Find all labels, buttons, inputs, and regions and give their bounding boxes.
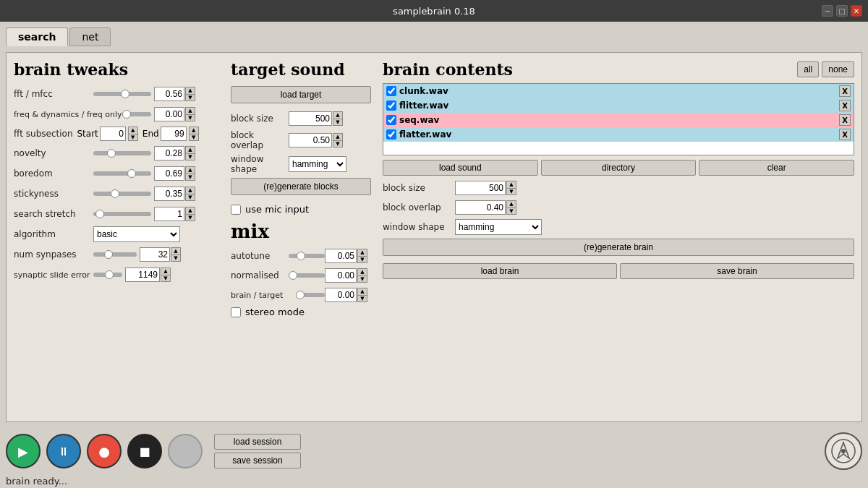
fft-start-up[interactable]: ▲	[128, 127, 138, 134]
brain-block-overlap-input[interactable]	[455, 200, 506, 215]
stickyness-row: stickyness ▲ ▼	[14, 186, 219, 202]
boredom-down[interactable]: ▼	[185, 174, 195, 181]
search-stretch-input[interactable]	[154, 207, 184, 221]
brain-block-size-input[interactable]	[455, 181, 506, 195]
none-button[interactable]: none	[822, 61, 854, 77]
target-window-shape-select[interactable]: hamming hann blackman rectangular	[289, 156, 346, 172]
stickyness-slider[interactable]	[93, 192, 151, 196]
freq-dynamics-slider[interactable]	[122, 112, 151, 116]
stickyness-down[interactable]: ▼	[185, 194, 195, 201]
save-brain-button[interactable]: save brain	[620, 263, 854, 279]
tab-net[interactable]: net	[69, 27, 111, 46]
fft-end-input[interactable]	[161, 127, 187, 141]
file-remove-flatter[interactable]: X	[839, 129, 851, 140]
all-button[interactable]: all	[797, 61, 819, 77]
load-brain-button[interactable]: load brain	[383, 263, 617, 279]
use-mic-checkbox[interactable]	[231, 205, 241, 215]
boredom-up[interactable]: ▲	[185, 166, 195, 174]
stickyness-up[interactable]: ▲	[185, 187, 195, 194]
boredom-slider[interactable]	[93, 171, 151, 176]
num-synpases-up[interactable]: ▲	[171, 247, 181, 254]
minimize-button[interactable]: ─	[822, 5, 833, 17]
novelty-input[interactable]	[154, 146, 184, 160]
normalised-up[interactable]: ▲	[357, 268, 367, 275]
fft-mfcc-down[interactable]: ▼	[185, 94, 195, 101]
brain-target-slider[interactable]	[296, 293, 325, 297]
target-block-size-up[interactable]: ▲	[333, 111, 343, 119]
gray-button[interactable]	[168, 434, 203, 468]
load-sound-button[interactable]: load sound	[383, 160, 538, 176]
clear-button[interactable]: clear	[699, 160, 854, 176]
fft-end-down[interactable]: ▼	[189, 134, 199, 141]
fft-mfcc-input[interactable]	[154, 87, 184, 101]
fft-mfcc-slider[interactable]	[93, 92, 151, 96]
search-stretch-up[interactable]: ▲	[185, 207, 195, 214]
pause-button[interactable]: ⏸	[46, 434, 81, 468]
fft-start-down[interactable]: ▼	[128, 134, 138, 141]
stickyness-input[interactable]	[154, 187, 184, 201]
save-session-button[interactable]: save session	[214, 453, 301, 468]
autotune-up[interactable]: ▲	[357, 249, 367, 256]
fft-start-input[interactable]	[100, 127, 126, 141]
stop-button[interactable]: ■	[127, 434, 162, 468]
normalised-slider[interactable]	[289, 273, 325, 278]
freq-dynamics-input[interactable]	[154, 107, 184, 121]
synaptic-slide-error-slider[interactable]	[93, 273, 122, 277]
num-synpases-slider[interactable]	[93, 252, 137, 257]
close-button[interactable]: ✕	[851, 5, 862, 17]
search-stretch-down[interactable]: ▼	[185, 214, 195, 221]
fft-end-up[interactable]: ▲	[189, 127, 199, 134]
status-text: brain ready...	[6, 476, 67, 487]
novelty-up[interactable]: ▲	[185, 146, 195, 153]
autotune-down[interactable]: ▼	[357, 256, 367, 263]
file-remove-flitter[interactable]: X	[839, 100, 851, 111]
target-block-size-input[interactable]	[289, 111, 332, 126]
fft-mfcc-up[interactable]: ▲	[185, 87, 195, 94]
record-button[interactable]: ●	[87, 434, 122, 468]
brain-files-list: clunk.wav X flitter.wav X seq.wav X	[383, 83, 854, 155]
target-block-overlap-up[interactable]: ▲	[333, 133, 343, 140]
novelty-slider[interactable]	[93, 151, 151, 155]
file-remove-seq[interactable]: X	[839, 114, 851, 126]
boredom-input[interactable]	[154, 166, 184, 181]
brain-target-input[interactable]	[325, 288, 357, 302]
brain-target-down[interactable]: ▼	[357, 295, 367, 302]
synaptic-slide-error-up[interactable]: ▲	[161, 267, 171, 275]
freq-dynamics-up[interactable]: ▲	[185, 107, 195, 114]
freq-dynamics-down[interactable]: ▼	[185, 114, 195, 121]
file-check-flatter[interactable]	[386, 129, 396, 140]
tab-search[interactable]: search	[6, 27, 68, 46]
num-synpases-input[interactable]	[140, 247, 170, 262]
search-stretch-slider[interactable]	[93, 212, 151, 216]
normalised-down[interactable]: ▼	[357, 275, 367, 283]
brain-window-shape-select[interactable]: hamming hann blackman rectangular	[455, 219, 542, 235]
load-target-button[interactable]: load target	[231, 86, 371, 103]
synaptic-slide-error-input[interactable]	[125, 267, 160, 282]
algorithm-select[interactable]: basic kdtree	[93, 226, 180, 242]
regenerate-blocks-button[interactable]: (re)generate blocks	[231, 178, 371, 195]
target-block-overlap-down[interactable]: ▼	[333, 140, 343, 147]
brain-block-overlap-down[interactable]: ▼	[506, 207, 516, 215]
autotune-input[interactable]	[325, 249, 357, 263]
load-session-button[interactable]: load session	[214, 434, 301, 450]
autotune-slider[interactable]	[289, 254, 325, 258]
maximize-button[interactable]: □	[836, 5, 848, 17]
file-remove-clunk[interactable]: X	[839, 85, 851, 97]
file-check-clunk[interactable]	[386, 86, 396, 96]
regenerate-brain-button[interactable]: (re)generate brain	[383, 239, 854, 256]
normalised-input[interactable]	[325, 268, 357, 283]
brain-block-size-up[interactable]: ▲	[506, 181, 516, 188]
file-check-seq[interactable]	[386, 115, 396, 125]
brain-block-overlap-up[interactable]: ▲	[506, 200, 516, 207]
directory-button[interactable]: directory	[541, 160, 697, 176]
target-block-size-down[interactable]: ▼	[333, 119, 343, 126]
target-block-overlap-input[interactable]	[289, 133, 332, 147]
novelty-down[interactable]: ▼	[185, 153, 195, 160]
play-button[interactable]: ▶	[6, 434, 41, 468]
num-synpases-down[interactable]: ▼	[171, 254, 181, 262]
file-check-flitter[interactable]	[386, 100, 396, 111]
brain-target-up[interactable]: ▲	[357, 288, 367, 295]
synaptic-slide-error-down[interactable]: ▼	[161, 275, 171, 282]
brain-block-size-down[interactable]: ▼	[506, 188, 516, 195]
stereo-mode-checkbox[interactable]	[231, 307, 241, 317]
